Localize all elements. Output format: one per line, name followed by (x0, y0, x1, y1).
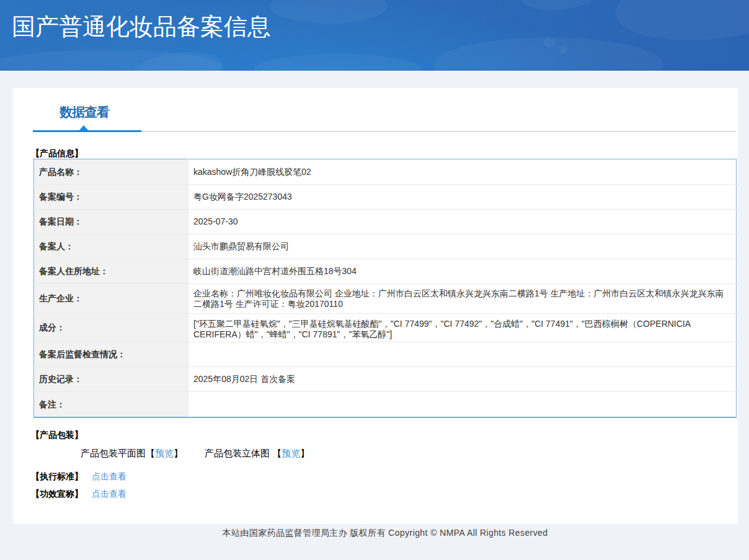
product-info-row: 备案人住所地址：岐山街道潮汕路中宫村道外围五格18号304 (34, 259, 737, 284)
row-label: 备注： (34, 392, 188, 417)
row-label: 历史记录： (34, 367, 188, 392)
tab-data-view[interactable]: 数据查看 (33, 89, 141, 132)
packaging-3d-item: 产品包装立体图 【预览】 (205, 448, 309, 458)
page-title: 国产普通化妆品备案信息 (12, 11, 271, 43)
product-info-row: 备案后监督检查情况： (34, 342, 737, 367)
product-info-row: 成分：["环五聚二甲基硅氧烷"，"三甲基硅烷氧基硅酸酯"，"CI 77499"，… (34, 314, 737, 342)
row-label: 备案编号： (34, 185, 188, 210)
content-card: 数据查看 【产品信息】 产品名称：kakashow折角刀峰眼线胶笔02备案编号：… (13, 88, 738, 524)
row-value: 2025-07-30 (188, 210, 737, 234)
packaging-section-title: 【产品包装】 (29, 430, 732, 441)
row-label: 产品名称： (34, 159, 188, 185)
row-label: 备案后监督检查情况： (34, 342, 188, 367)
tab-data-view-label: 数据查看 (60, 104, 109, 121)
row-value: 粤G妆网备字2025273043 (188, 185, 737, 210)
row-value: 汕头市鹏鼎贸易有限公司 (188, 234, 737, 259)
page-header: 国产普通化妆品备案信息 (0, 0, 749, 71)
product-info-row: 历史记录：2025年08月02日 首次备案 (34, 367, 737, 392)
row-label: 备案日期： (34, 210, 188, 234)
efficacy-view-link[interactable]: 点击查看 (92, 489, 126, 499)
product-info-row: 生产企业：企业名称：广州唯妆化妆品有限公司 企业地址：广州市白云区太和镇永兴龙兴… (34, 284, 737, 314)
packaging-flat-preview-link[interactable]: 预览 (155, 448, 174, 458)
product-info-row: 备案日期：2025-07-30 (34, 210, 737, 234)
header-decor-dot-large (544, 37, 555, 48)
tab-active-indicator-triangle (79, 125, 88, 130)
row-value (188, 392, 737, 417)
row-value (188, 342, 737, 367)
packaging-3d-label: 产品包装立体图 (205, 448, 270, 458)
product-info-row: 产品名称：kakashow折角刀峰眼线胶笔02 (34, 159, 737, 185)
packaging-flat-label: 产品包装平面图 (81, 448, 146, 458)
row-value: 岐山街道潮汕路中宫村道外围五格18号304 (188, 259, 737, 284)
row-value: 企业名称：广州唯妆化妆品有限公司 企业地址：广州市白云区太和镇永兴龙兴东南二横路… (188, 284, 737, 314)
packaging-3d-preview-link[interactable]: 预览 (281, 448, 300, 458)
standard-line: 【执行标准】点击查看 (33, 470, 736, 482)
row-value: 2025年08月02日 首次备案 (188, 367, 737, 392)
standard-label: 【执行标准】 (31, 471, 83, 481)
bracket: 】 (174, 448, 183, 458)
product-info-row: 备案人：汕头市鹏鼎贸易有限公司 (34, 234, 737, 259)
packaging-flat-item: 产品包装平面图【预览】 (81, 448, 183, 458)
header-decor-band-1 (590, 0, 749, 40)
product-info-row: 备注： (34, 392, 737, 417)
product-info-row: 备案编号：粤G妆网备字2025273043 (34, 185, 737, 210)
efficacy-label: 【功效宣称】 (31, 489, 83, 499)
row-value: kakashow折角刀峰眼线胶笔02 (188, 159, 737, 185)
row-label: 备案人住所地址： (34, 259, 188, 284)
bracket: 】 (300, 448, 309, 458)
bracket: 【 (146, 448, 155, 458)
header-decor-blob-small (270, 0, 388, 24)
product-info-section-title: 【产品信息】 (29, 148, 732, 159)
header-decor-dot-small (559, 46, 567, 53)
row-label: 生产企业： (34, 284, 188, 314)
row-label: 成分： (34, 314, 188, 342)
row-value: ["环五聚二甲基硅氧烷"，"三甲基硅烷氧基硅酸酯"，"CI 77499"，"CI… (188, 314, 737, 342)
footer-text: 本站由国家药品监督管理局主办 版权所有 Copyright © NMPA All… (11, 524, 749, 539)
product-info-table: 产品名称：kakashow折角刀峰眼线胶笔02备案编号：粤G妆网备字202527… (33, 159, 737, 418)
page-footer: 本站由国家药品监督管理局主办 版权所有 Copyright © NMPA All… (0, 524, 749, 560)
standard-view-link[interactable]: 点击查看 (92, 471, 126, 481)
header-decor-blob-center (254, 54, 422, 71)
efficacy-line: 【功效宣称】点击查看 (33, 487, 736, 500)
row-label: 备案人： (34, 234, 188, 259)
header-decor-band-2 (510, 0, 618, 11)
packaging-previews-line: 产品包装平面图【预览】产品包装立体图 【预览】 (33, 448, 736, 460)
bracket: 【 (272, 448, 281, 458)
tab-bar: 数据查看 (33, 88, 736, 132)
